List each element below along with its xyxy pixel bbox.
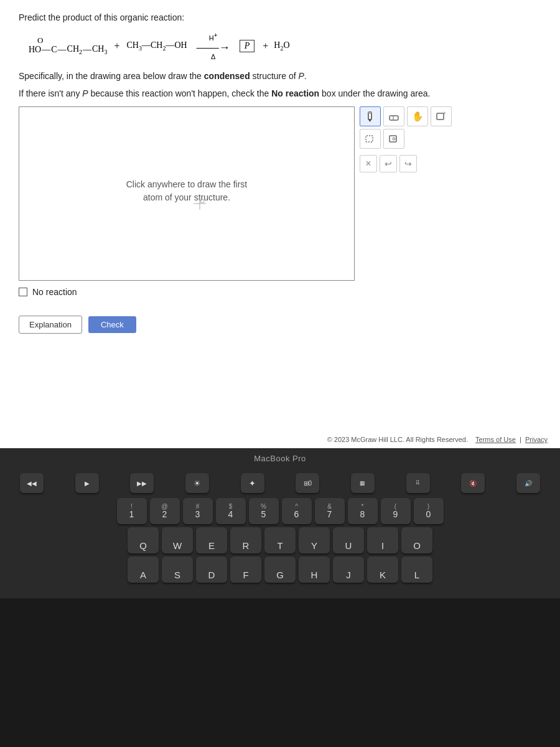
select-atoms-button[interactable] bbox=[383, 129, 404, 149]
kb-t[interactable]: T bbox=[264, 527, 296, 553]
terms-link[interactable]: Terms of Use bbox=[475, 436, 516, 443]
drawing-toolbar: ✋ + bbox=[360, 106, 459, 172]
hand-tool-button[interactable]: ✋ bbox=[407, 106, 428, 126]
svg-point-12 bbox=[393, 138, 395, 140]
kb-ffwd[interactable]: ▶▶ bbox=[130, 473, 154, 493]
no-reaction-checkbox[interactable] bbox=[19, 288, 27, 296]
function-row: ◀◀ ▶ ▶▶ ☀ ✦ ⊞0 ▦ ⠿ 🔇 🔊 bbox=[7, 473, 553, 493]
kb-q[interactable]: Q bbox=[128, 527, 159, 553]
kb-vol-up[interactable]: 🔊 bbox=[516, 473, 540, 493]
reactant1-formula: O HO — C — CH2 — CH3 bbox=[29, 36, 107, 55]
explanation-button[interactable]: Explanation bbox=[19, 316, 82, 334]
drawing-hint: Click anywhere to draw the first atom of… bbox=[126, 178, 248, 204]
screen: Predict the product of this organic reac… bbox=[0, 0, 560, 448]
macbook-bezel: MacBook Pro bbox=[0, 448, 560, 467]
kb-expose[interactable]: ⊞0 bbox=[296, 473, 319, 493]
water-formula: H2O bbox=[274, 40, 289, 52]
reactant2-formula: CH3—CH2—OH bbox=[127, 40, 187, 52]
pencil-tool-button[interactable] bbox=[360, 106, 381, 126]
kb-k[interactable]: K bbox=[367, 557, 398, 583]
eraser-tool-button[interactable] bbox=[383, 106, 404, 126]
toolbar-row-1: ✋ + bbox=[360, 106, 459, 126]
bottom-buttons: Explanation Check bbox=[19, 316, 541, 334]
macbook-label: MacBook Pro bbox=[254, 449, 306, 466]
kb-play[interactable]: ▶ bbox=[75, 473, 99, 493]
svg-marker-4 bbox=[368, 120, 371, 122]
check-button[interactable]: Check bbox=[88, 316, 136, 333]
no-reaction-row: No reaction bbox=[19, 287, 541, 297]
qwerty-row: Q W E R T Y U I O bbox=[7, 527, 553, 553]
kb-h[interactable]: H bbox=[299, 557, 330, 583]
toolbar-row-3: × ↩ ↪ bbox=[360, 155, 459, 172]
instruction2: If there isn't any P because this reacti… bbox=[19, 87, 541, 100]
kb-j[interactable]: J bbox=[333, 557, 364, 583]
privacy-link[interactable]: Privacy bbox=[525, 436, 548, 443]
reaction-equation: O HO — C — CH2 — CH3 + CH3—CH2—OH H+ bbox=[29, 32, 541, 60]
svg-rect-6 bbox=[390, 116, 398, 120]
kb-launchpad[interactable]: ⠿ bbox=[406, 473, 430, 493]
cursor-indicator bbox=[194, 197, 206, 212]
product-box: P bbox=[240, 40, 255, 52]
svg-rect-10 bbox=[366, 136, 373, 142]
drawing-container: Click anywhere to draw the first atom of… bbox=[19, 106, 541, 281]
footer: © 2023 McGraw Hill LLC. All Rights Reser… bbox=[327, 436, 548, 443]
select-tool-button[interactable] bbox=[360, 129, 381, 149]
question-text: Predict the product of this organic reac… bbox=[19, 11, 541, 24]
kb-6[interactable]: ^ 6 bbox=[282, 498, 312, 524]
content-area: Predict the product of this organic reac… bbox=[0, 0, 560, 448]
reaction-arrow: H+ ——→ Δ bbox=[197, 32, 230, 60]
kb-mute[interactable]: 🔇 bbox=[461, 473, 485, 493]
kb-7[interactable]: & 7 bbox=[315, 498, 345, 524]
kb-r[interactable]: R bbox=[230, 527, 261, 553]
kb-rewind[interactable]: ◀◀ bbox=[20, 473, 44, 493]
kb-brightness-up[interactable]: ✦ bbox=[241, 473, 264, 493]
kb-u[interactable]: U bbox=[333, 527, 364, 553]
kb-e[interactable]: E bbox=[196, 527, 227, 553]
kb-mission[interactable]: ▦ bbox=[351, 473, 375, 493]
kb-a[interactable]: A bbox=[128, 557, 159, 583]
svg-text:+: + bbox=[443, 111, 446, 116]
kb-8[interactable]: * 8 bbox=[348, 498, 378, 524]
drawing-area[interactable]: Click anywhere to draw the first atom of… bbox=[19, 106, 355, 281]
redo-button[interactable]: ↪ bbox=[399, 155, 417, 172]
expand-tool-button[interactable]: + bbox=[431, 106, 452, 126]
kb-f[interactable]: F bbox=[230, 557, 261, 583]
kb-3[interactable]: # 3 bbox=[183, 498, 213, 524]
svg-point-2 bbox=[200, 199, 204, 203]
kb-w[interactable]: W bbox=[162, 527, 193, 553]
no-reaction-label[interactable]: No reaction bbox=[32, 287, 77, 297]
kb-l[interactable]: L bbox=[401, 557, 432, 583]
kb-1[interactable]: ! 1 bbox=[117, 498, 147, 524]
kb-i[interactable]: I bbox=[367, 527, 398, 553]
clear-button[interactable]: × bbox=[360, 155, 377, 172]
instruction1: Specifically, in the drawing area below … bbox=[19, 69, 541, 83]
kb-d[interactable]: D bbox=[196, 557, 227, 583]
kb-9[interactable]: ( 9 bbox=[381, 498, 411, 524]
undo-button[interactable]: ↩ bbox=[380, 155, 397, 172]
kb-y[interactable]: Y bbox=[299, 527, 330, 553]
kb-brightness-down[interactable]: ☀ bbox=[185, 473, 209, 493]
kb-0[interactable]: ) 0 bbox=[414, 498, 444, 524]
kb-4[interactable]: $ 4 bbox=[216, 498, 246, 524]
kb-2[interactable]: @ 2 bbox=[150, 498, 180, 524]
asdf-row: A S D F G H J K L bbox=[7, 557, 553, 583]
keyboard: ◀◀ ▶ ▶▶ ☀ ✦ ⊞0 ▦ ⠿ 🔇 🔊 ! 1 @ 2 # 3 $ 4 %… bbox=[0, 467, 560, 598]
svg-rect-5 bbox=[368, 112, 371, 114]
kb-s[interactable]: S bbox=[162, 557, 193, 583]
kb-o[interactable]: O bbox=[401, 527, 432, 553]
toolbar-row-2 bbox=[360, 129, 459, 149]
number-row: ! 1 @ 2 # 3 $ 4 % 5 ^ 6 & 7 * 8 bbox=[7, 498, 553, 524]
kb-5[interactable]: % 5 bbox=[249, 498, 279, 524]
kb-g[interactable]: G bbox=[264, 557, 296, 583]
